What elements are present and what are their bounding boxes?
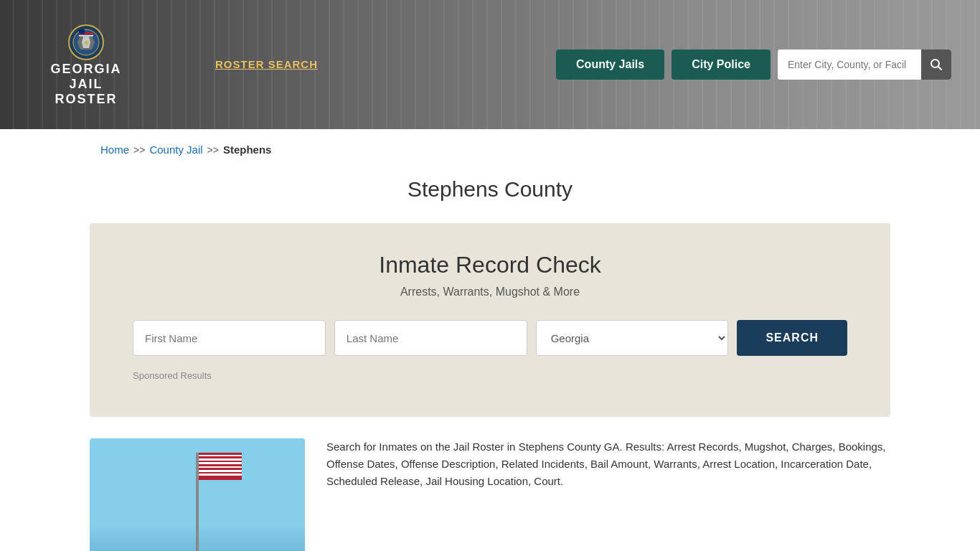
flag-image-area: [90, 438, 305, 551]
breadcrumb-sep-2: >>: [207, 144, 219, 156]
record-check-section: Inmate Record Check Arrests, Warrants, M…: [90, 223, 890, 417]
county-jails-button[interactable]: County Jails: [556, 50, 664, 80]
georgia-seal-icon: ★: [65, 22, 108, 62]
header-nav-buttons: County Jails City Police: [556, 50, 951, 80]
first-name-input[interactable]: [133, 320, 326, 356]
sponsored-results-label: Sponsored Results: [133, 370, 847, 381]
site-header: ★ GEORGIA JAIL ROSTER ROSTER SEARCH Coun…: [0, 0, 980, 129]
logo-text-roster: ROSTER: [55, 92, 117, 107]
page-title-area: Stephens County: [0, 170, 980, 223]
header-search-input[interactable]: [778, 50, 921, 80]
description-text: Search for Inmates on the Jail Roster in…: [326, 438, 890, 490]
last-name-input[interactable]: [334, 320, 527, 356]
breadcrumb-county-jail-link[interactable]: County Jail: [149, 143, 202, 156]
bottom-section: Search for Inmates on the Jail Roster in…: [0, 417, 980, 551]
record-check-search-button[interactable]: SEARCH: [737, 320, 847, 356]
logo-text-jail: JAIL: [69, 77, 103, 92]
page-title: Stephens County: [0, 177, 980, 202]
search-icon: [930, 58, 943, 71]
breadcrumb-current: Stephens: [223, 143, 272, 156]
record-check-form: AlabamaAlaskaArizonaArkansasCaliforniaCo…: [133, 320, 847, 356]
svg-rect-5: [79, 29, 85, 34]
svg-text:★: ★: [83, 39, 90, 47]
logo-text-georgia: GEORGIA: [50, 62, 121, 77]
header-content: ★ GEORGIA JAIL ROSTER ROSTER SEARCH Coun…: [0, 22, 980, 107]
svg-line-7: [938, 67, 942, 70]
breadcrumb-sep-1: >>: [133, 144, 145, 156]
state-select[interactable]: AlabamaAlaskaArizonaArkansasCaliforniaCo…: [536, 320, 729, 356]
breadcrumb: Home >> County Jail >> Stephens: [0, 129, 980, 170]
us-flag-image: [199, 453, 242, 480]
roster-search-link[interactable]: ROSTER SEARCH: [215, 58, 318, 70]
header-search-button[interactable]: [921, 50, 951, 80]
city-police-button[interactable]: City Police: [672, 50, 771, 80]
header-search-bar: [778, 50, 951, 80]
logo-area: ★ GEORGIA JAIL ROSTER: [29, 22, 143, 107]
breadcrumb-home-link[interactable]: Home: [100, 143, 129, 156]
record-check-subtitle: Arrests, Warrants, Mugshot & More: [133, 286, 847, 298]
svg-rect-4: [79, 35, 93, 37]
record-check-title: Inmate Record Check: [133, 252, 847, 278]
header-nav: ROSTER SEARCH: [172, 58, 318, 71]
